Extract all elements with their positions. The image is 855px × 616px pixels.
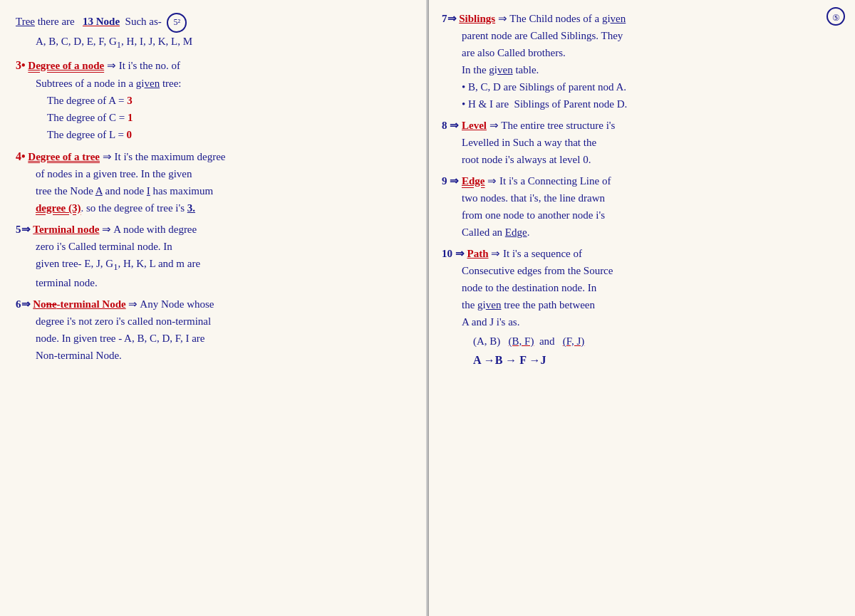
sec6-header: 6⇒ None-terminal Node ⇒ Any Node whose xyxy=(16,296,412,313)
sec5-line4: terminal node. xyxy=(16,274,412,291)
sec4-header: 4• Degree of a tree ⇒ It i's the maximum… xyxy=(16,147,412,166)
sec8-line2: Levelled in Such a way that the xyxy=(442,134,842,151)
sec3-header: 3• Degree of a node ⇒ It i's the no. of xyxy=(16,56,412,75)
left-panel: Tree there are 13 Node Such as- 5² A, B,… xyxy=(0,0,428,616)
sec9-line3: from one node to another node i's xyxy=(442,207,842,224)
sec7-line3: are also Called brothers. xyxy=(442,44,842,61)
sec3-sub: Subtrees of a node in a given tree: xyxy=(16,75,412,92)
sec3-degreeC: The degree of C = 1 xyxy=(16,109,412,126)
sec10-line4: the given tree the path between xyxy=(442,296,842,313)
sec4-line4: degree (3). so the degree of tree i's 3. xyxy=(16,199,412,216)
section-7: 7⇒ Siblings ⇒ The Child nodes of a given… xyxy=(442,10,842,113)
sec8-line3: root node i's always at level 0. xyxy=(442,151,842,168)
sec10-line2: Consecutive edges from the Source xyxy=(442,262,842,279)
section-3: 3• Degree of a node ⇒ It i's the no. of … xyxy=(16,56,412,143)
sec6-line3: node. In given tree - A, B, C, D, F, I a… xyxy=(16,330,412,347)
section-4: 4• Degree of a tree ⇒ It i's the maximum… xyxy=(16,147,412,217)
corner-badge: ⑤ xyxy=(826,7,845,26)
section-6: 6⇒ None-terminal Node ⇒ Any Node whose d… xyxy=(16,296,412,364)
sec10-line5: A and J i's as. xyxy=(442,313,842,330)
section-5: 5⇒ Terminal node ⇒ A node with degree ze… xyxy=(16,221,412,291)
sec3-degreeA: The degree of A = 3 xyxy=(16,92,412,109)
sec4-line3: tree the Node A and node I has maximum xyxy=(16,182,412,199)
sec9-line4: Called an Edge. xyxy=(442,224,842,241)
sec6-line2: degree i's not zero i's called non-termi… xyxy=(16,313,412,330)
sec9-line2: two nodes. that i's, the line drawn xyxy=(442,189,842,207)
sec9-header: 9 ⇒ Edge ⇒ It i's a Connecting Line of xyxy=(442,172,842,189)
sec5-header: 5⇒ Terminal node ⇒ A node with degree xyxy=(16,221,412,238)
sec8-header: 8 ⇒ Level ⇒ The entire tree structure i'… xyxy=(442,117,842,134)
tree-nodes: A, B, C, D, E, F, G1, H, I, J, K, L, M xyxy=(16,33,412,52)
sec10-header: 10 ⇒ Path ⇒ It i's a sequence of xyxy=(442,245,842,262)
sec7-bullet2: • H & I are Siblings of Parent node D. xyxy=(442,95,842,113)
section-9: 9 ⇒ Edge ⇒ It i's a Connecting Line of t… xyxy=(442,172,842,241)
sec10-path-arrows: A →B → F →J xyxy=(442,351,842,370)
tree-line1: Tree there are 13 Node Such as- 5² xyxy=(16,13,412,33)
section-8: 8 ⇒ Level ⇒ The entire tree structure i'… xyxy=(442,117,842,168)
sec5-line2: zero i's Called terminal node. In xyxy=(16,238,412,255)
sec6-line4: Non-terminal Node. xyxy=(16,347,412,364)
sec7-header: 7⇒ Siblings ⇒ The Child nodes of a given xyxy=(442,10,842,27)
sec5-line3: given tree- E, J, G1, H, K, L and m are xyxy=(16,255,412,274)
section-10: 10 ⇒ Path ⇒ It i's a sequence of Consecu… xyxy=(442,245,842,370)
sec3-degreeL: The degree of L = 0 xyxy=(16,126,412,143)
sec4-line2: of nodes in a given tree. In the given xyxy=(16,165,412,182)
right-panel: ⑤ 7⇒ Siblings ⇒ The Child nodes of a giv… xyxy=(428,0,855,616)
main-page: Tree there are 13 Node Such as- 5² A, B,… xyxy=(0,0,855,616)
tree-intro: Tree there are 13 Node Such as- 5² A, B,… xyxy=(16,13,412,52)
sec7-bullet1: • B, C, D are Siblings of parent nod A. xyxy=(442,78,842,95)
sec7-line2: parent node are Called Siblings. They xyxy=(442,27,842,44)
sec10-line3: node to the destination node. In xyxy=(442,279,842,296)
sec7-line4: In the given table. xyxy=(442,61,842,78)
sec10-path-tuples: (A, B) (B, F) and (F, J) xyxy=(442,333,842,350)
